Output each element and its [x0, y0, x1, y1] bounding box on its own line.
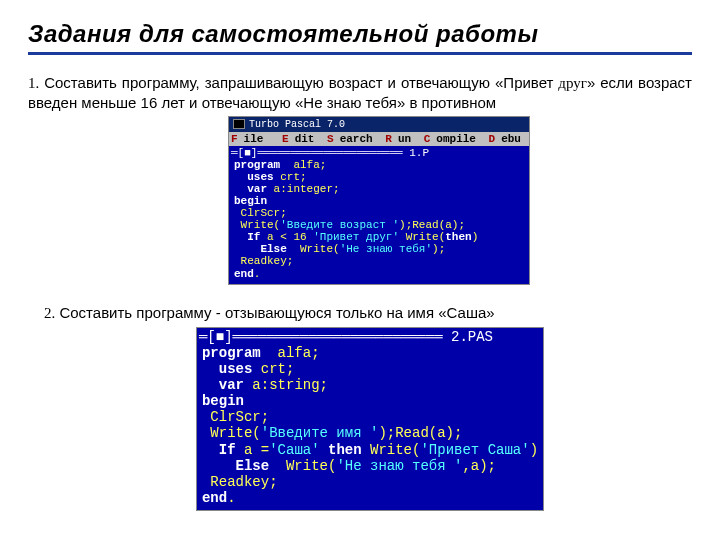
- task2-body: Составить программу - отзывающуюся тольк…: [55, 304, 494, 321]
- menu-debug[interactable]: Debu: [489, 133, 521, 145]
- menu-search[interactable]: Search: [327, 133, 373, 145]
- menu-compile[interactable]: Compile: [424, 133, 476, 145]
- ide2-frame-top: ═[■]═════════════════════════ 2.PAS: [199, 329, 541, 345]
- cmd-icon: [233, 119, 245, 129]
- menu-edit[interactable]: Edit: [282, 133, 314, 145]
- menu-file[interactable]: File: [231, 133, 269, 145]
- ide1-container: Turbo Pascal 7.0 File Edit Search Run Co…: [228, 116, 692, 285]
- task1-part-a: Составить программу, запрашивающую возра…: [39, 74, 558, 91]
- ide1-frame-top: ═[■]══════════════════════ 1.P: [231, 147, 527, 159]
- task2-text: 2. Составить программу - отзывающуюся то…: [44, 303, 692, 323]
- ide2-container: ═[■]═════════════════════════ 2.PAS prog…: [48, 327, 692, 511]
- task1-number: 1.: [28, 75, 39, 91]
- ide2-frame: ═[■]═════════════════════════ 2.PAS prog…: [197, 328, 543, 510]
- ide1-frame: ═[■]══════════════════════ 1.P program a…: [229, 146, 529, 284]
- ide1-titlebar: Turbo Pascal 7.0: [229, 117, 529, 132]
- task2-number: 2.: [44, 305, 55, 321]
- page-title: Задания для самостоятельной работы: [28, 20, 692, 55]
- task1-serif-word: друг: [558, 75, 587, 91]
- ide2-code: program alfa; uses crt; var a:string; be…: [199, 345, 541, 508]
- menu-run[interactable]: Run: [385, 133, 411, 145]
- ide1-menubar: File Edit Search Run Compile Debu: [229, 132, 529, 146]
- task1-text: 1. Составить программу, запрашивающую во…: [28, 73, 692, 114]
- ide1: Turbo Pascal 7.0 File Edit Search Run Co…: [228, 116, 530, 285]
- ide2: ═[■]═════════════════════════ 2.PAS prog…: [196, 327, 544, 511]
- ide1-code: program alfa; uses crt; var a:integer; b…: [231, 159, 527, 282]
- ide1-title: Turbo Pascal 7.0: [249, 119, 345, 130]
